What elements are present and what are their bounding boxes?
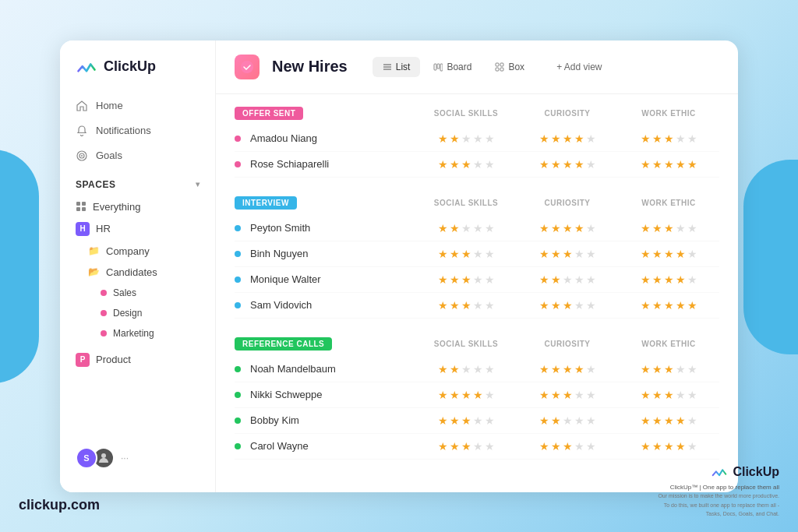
row-dot <box>235 225 241 231</box>
stars-social: ★★★★★ <box>415 248 517 260</box>
tab-list-label: List <box>396 62 411 72</box>
blob-right <box>743 160 798 354</box>
tab-board[interactable]: Board <box>423 57 482 77</box>
marketing-dot <box>101 330 107 336</box>
sales-dot <box>101 290 107 296</box>
table-row-1-2[interactable]: Monique Walter★★★★★★★★★★★★★★★ <box>235 267 719 293</box>
sidebar-item-hr[interactable]: H HR <box>60 217 215 241</box>
sidebar-item-candidates[interactable]: 📂 Candidates <box>60 262 215 283</box>
stars-work_ethic: ★★★★★ <box>618 248 719 260</box>
svg-rect-6 <box>82 207 86 211</box>
svg-point-2 <box>81 155 83 157</box>
design-dot <box>101 310 107 316</box>
svg-rect-15 <box>496 63 499 66</box>
stars-social: ★★★★★ <box>415 299 517 312</box>
nav-goals[interactable]: Goals <box>60 143 215 168</box>
svg-rect-4 <box>82 202 86 206</box>
row-dot <box>235 417 241 424</box>
row-name: Amadou Niang <box>250 132 415 144</box>
bottom-clickup-name: ClickUp <box>733 465 779 479</box>
home-icon <box>76 100 88 112</box>
sidebar-item-product[interactable]: P Product <box>60 348 215 372</box>
stars-curiosity: ★★★★★ <box>517 299 618 312</box>
sidebar-item-company[interactable]: 📁 Company <box>60 241 215 262</box>
stars-curiosity: ★★★★★ <box>517 273 618 286</box>
bottom-clickup-logo-icon <box>711 463 728 481</box>
stars-work_ethic: ★★★★★ <box>618 222 719 234</box>
ellipsis-label: ··· <box>121 453 129 463</box>
spaces-label: Spaces <box>76 179 115 190</box>
stars-work_ethic: ★★★★★ <box>618 389 719 401</box>
stars-social: ★★★★★ <box>415 132 517 145</box>
table-row-2-0[interactable]: Noah Mandelbaum★★★★★★★★★★★★★★★ <box>235 357 719 382</box>
table-row-0-0[interactable]: Amadou Niang★★★★★★★★★★★★★★★ <box>235 126 719 152</box>
row-name: Noah Mandelbaum <box>250 363 415 375</box>
folder-icon: 📁 <box>88 245 100 256</box>
col-curiosity: CURIOSITY <box>517 109 618 118</box>
stars-social: ★★★★★ <box>415 158 517 171</box>
main-card: ClickUp Home Notifications <box>60 41 738 492</box>
hr-badge: H <box>76 222 90 236</box>
sidebar-item-marketing[interactable]: Marketing <box>60 323 215 344</box>
tab-box[interactable]: Box <box>485 57 535 77</box>
table-row-1-3[interactable]: Sam Vidovich★★★★★★★★★★★★★★★ <box>235 293 719 319</box>
table-row-0-1[interactable]: Rose Schiaparelli★★★★★★★★★★★★★★★ <box>235 152 719 178</box>
svg-rect-13 <box>437 64 440 69</box>
table-row-2-3[interactable]: Carol Wayne★★★★★★★★★★★★★★★ <box>235 434 719 460</box>
stars-work_ethic: ★★★★★ <box>618 363 719 375</box>
stars-work_ethic: ★★★★★ <box>618 132 719 145</box>
nav-home[interactable]: Home <box>60 93 215 118</box>
nav-notifications[interactable]: Notifications <box>60 118 215 143</box>
stars-curiosity: ★★★★★ <box>517 440 618 453</box>
tab-list[interactable]: List <box>373 57 421 77</box>
row-name: Peyton Smith <box>250 222 415 234</box>
stars-work_ethic: ★★★★★ <box>618 158 719 171</box>
stars-curiosity: ★★★★★ <box>517 248 618 260</box>
col-social_skills: SOCIAL SKILLS <box>415 199 517 207</box>
stars-social: ★★★★★ <box>415 363 517 375</box>
clickup-logo-icon <box>76 56 97 78</box>
sidebar-item-design[interactable]: Design <box>60 303 215 323</box>
sidebar-item-company-label: Company <box>106 245 150 257</box>
chevron-down-icon: ▾ <box>196 180 200 188</box>
stars-curiosity: ★★★★★ <box>517 363 618 375</box>
stars-work_ethic: ★★★★★ <box>618 273 719 286</box>
row-dot <box>235 136 241 142</box>
col-curiosity: CURIOSITY <box>517 199 618 207</box>
stars-social: ★★★★★ <box>415 440 517 453</box>
svg-rect-16 <box>500 63 503 66</box>
row-dot <box>235 251 241 257</box>
section-badge-2: REFERENCE CALLS <box>235 337 332 351</box>
section-header-1: INTERVIEWSOCIAL SKILLSCURIOSITYWORK ETHI… <box>235 196 719 210</box>
table-row-2-1[interactable]: Nikki Schweppe★★★★★★★★★★★★★★★ <box>235 382 719 408</box>
row-dot <box>235 366 241 372</box>
avatar-s: S <box>76 447 97 469</box>
top-bar: New Hires List <box>216 41 738 94</box>
view-tabs: List Board <box>373 57 535 77</box>
avatar-group: S <box>76 447 115 469</box>
nav-home-label: Home <box>96 100 123 111</box>
sidebar-item-everything[interactable]: Everything <box>60 196 215 217</box>
svg-rect-14 <box>440 64 443 71</box>
nav-notifications-label: Notifications <box>96 125 151 136</box>
target-icon <box>76 150 88 162</box>
stars-work_ethic: ★★★★★ <box>618 299 719 312</box>
table-row-1-1[interactable]: Binh Nguyen★★★★★★★★★★★★★★★ <box>235 241 719 267</box>
folder-open-icon: 📂 <box>88 266 100 277</box>
col-headers-1: SOCIAL SKILLSCURIOSITYWORK ETHIC <box>415 199 719 207</box>
sidebar-item-hr-label: HR <box>96 223 111 234</box>
sidebar-item-sales[interactable]: Sales <box>60 283 215 303</box>
table-row-2-2[interactable]: Bobby Kim★★★★★★★★★★★★★★★ <box>235 408 719 434</box>
row-name: Bobby Kim <box>250 414 415 426</box>
stars-social: ★★★★★ <box>415 273 517 286</box>
table-row-1-0[interactable]: Peyton Smith★★★★★★★★★★★★★★★ <box>235 216 719 241</box>
sidebar-item-candidates-label: Candidates <box>106 266 157 278</box>
svg-point-7 <box>101 453 106 458</box>
row-dot <box>235 392 241 398</box>
stars-work_ethic: ★★★★★ <box>618 440 719 453</box>
outer-wrapper: ClickUp Home Notifications <box>0 0 798 532</box>
svg-rect-18 <box>500 68 503 71</box>
box-icon <box>495 62 504 72</box>
add-view-button[interactable]: + Add view <box>547 58 611 76</box>
bottom-tagline: ClickUp™ | One app to replace them all O… <box>655 483 779 518</box>
